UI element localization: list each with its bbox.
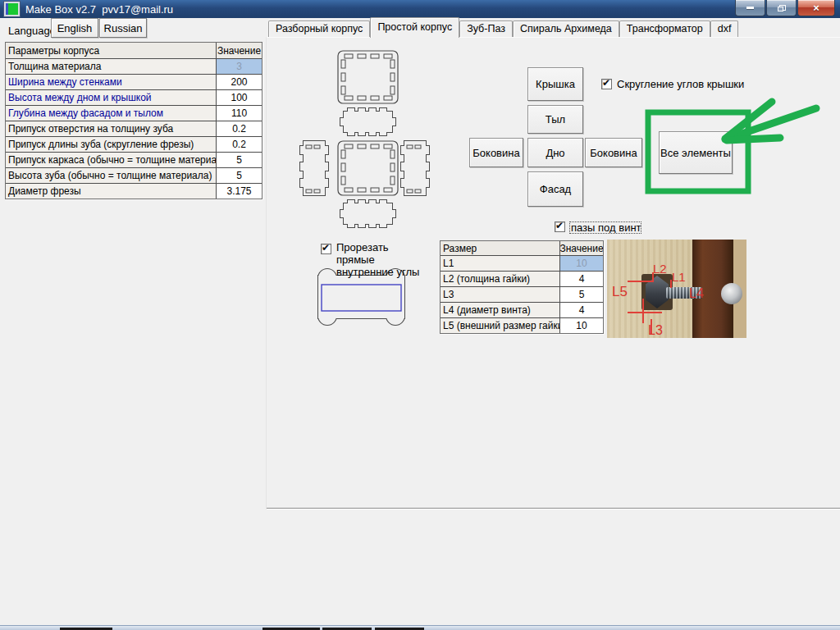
table-row-label[interactable]: Ширина между стенками bbox=[6, 75, 216, 89]
tab-5[interactable]: Трансформатор bbox=[619, 21, 710, 38]
taskbar-edge[interactable] bbox=[0, 625, 840, 630]
language-label: Language bbox=[8, 25, 56, 37]
round-lid-corners-label: Скругление углов крышки bbox=[617, 79, 744, 89]
language-english-button[interactable]: English bbox=[51, 18, 98, 38]
tab-6[interactable]: dxf bbox=[710, 21, 739, 38]
window-titlebar[interactable]: Make Box v2.7 pvv17@mail.ru × bbox=[0, 0, 840, 18]
table-row-value[interactable]: 4 bbox=[560, 303, 603, 317]
table-row-label[interactable]: L5 (внешний размер гайки) bbox=[441, 318, 559, 333]
screw-table-header-value: Значение bbox=[560, 241, 603, 255]
table-row-label[interactable]: Припуск длины зуба (скругление фрезы) bbox=[6, 137, 216, 152]
screw-slots-option: ✔ пазы под винты bbox=[555, 221, 641, 234]
photo-label-l3: L3 bbox=[648, 324, 663, 336]
all-elements-button[interactable]: Все элементы bbox=[659, 131, 733, 174]
bolt-joint-photo: L2 L1 L5 L4 L3 bbox=[607, 240, 746, 338]
table-row-label[interactable]: Припуск каркаса (обычно = толщине матери… bbox=[6, 153, 216, 167]
back-button[interactable]: Тыл bbox=[527, 105, 583, 134]
green-arrow-barb-side bbox=[727, 138, 780, 140]
table-row-value[interactable]: 100 bbox=[217, 90, 262, 105]
table-row-label[interactable]: Диаметр фрезы bbox=[6, 184, 216, 199]
table-row-label[interactable]: L3 bbox=[441, 287, 559, 302]
screw-slots-checkbox[interactable]: ✔ bbox=[555, 221, 565, 232]
table-row-value[interactable]: 3.175 bbox=[217, 184, 262, 199]
photo-screw-head bbox=[721, 283, 742, 304]
close-button[interactable]: × bbox=[797, 0, 835, 16]
tab-strip: Разборный корпусПростой корпусЗуб-ПазСпи… bbox=[268, 17, 738, 38]
cut-inner-corners-option: ✔ Прорезать прямые внутренние углы bbox=[321, 244, 425, 278]
table-row-value[interactable]: 5 bbox=[560, 287, 603, 302]
table-row-label[interactable]: L2 (толщина гайки) bbox=[441, 272, 559, 286]
table-row-value[interactable]: 110 bbox=[217, 106, 262, 121]
params-table-header-name: Параметры корпуса bbox=[6, 43, 216, 58]
photo-label-l1: L1 bbox=[672, 271, 686, 283]
round-lid-corners-checkbox[interactable]: ✔ bbox=[601, 79, 612, 89]
table-row-label[interactable]: Толщина материала bbox=[6, 59, 216, 74]
cut-inner-corners-checkbox[interactable]: ✔ bbox=[321, 244, 331, 254]
tab-page-border-left bbox=[266, 37, 267, 509]
table-row-label[interactable]: Высота между дном и крышкой bbox=[6, 90, 216, 105]
app-window: Make Box v2.7 pvv17@mail.ru × Language E… bbox=[0, 0, 840, 630]
dimension-line bbox=[642, 299, 644, 323]
language-russian-button[interactable]: Russian bbox=[99, 18, 147, 38]
photo-label-l5: L5 bbox=[612, 285, 628, 298]
app-icon bbox=[4, 2, 20, 16]
checkmark-icon: ✔ bbox=[602, 77, 610, 89]
table-row-label[interactable]: Припуск отверстия на толщину зуба bbox=[6, 121, 216, 136]
table-row-value[interactable]: 10 bbox=[560, 256, 603, 271]
dimension-line bbox=[628, 312, 662, 313]
table-row-value[interactable]: 5 bbox=[217, 153, 262, 167]
tab-page-border-top bbox=[267, 37, 840, 38]
table-row-value[interactable]: 4 bbox=[560, 272, 603, 286]
screw-table-header-name: Размер bbox=[441, 241, 559, 255]
box-layout-drawing bbox=[287, 41, 451, 328]
table-row-label[interactable]: L1 bbox=[441, 256, 559, 271]
checkmark-icon: ✔ bbox=[555, 220, 564, 231]
restore-icon bbox=[778, 5, 785, 11]
side-left-button[interactable]: Боковина bbox=[469, 138, 523, 167]
minimize-icon bbox=[746, 7, 754, 9]
params-table: Параметры корпуса Значение Толщина матер… bbox=[5, 42, 262, 199]
bottom-button[interactable]: Дно bbox=[527, 138, 583, 167]
params-table-header-value: Значение bbox=[217, 43, 262, 58]
front-button[interactable]: Фасад bbox=[527, 171, 583, 207]
table-row-label[interactable]: L4 (диаметр винта) bbox=[441, 303, 559, 317]
table-row-value[interactable]: 10 bbox=[560, 318, 603, 333]
table-row-value[interactable]: 0.2 bbox=[217, 121, 262, 136]
window-title: Make Box v2.7 pvv17@mail.ru bbox=[25, 3, 173, 16]
table-row-label[interactable]: Глубина между фасадом и тылом bbox=[6, 106, 216, 121]
table-row-value[interactable]: 0.2 bbox=[217, 137, 262, 152]
window-controls: × bbox=[734, 0, 835, 16]
checkmark-icon: ✔ bbox=[322, 242, 330, 253]
side-right-button[interactable]: Боковина bbox=[585, 138, 642, 167]
table-row-value[interactable]: 5 bbox=[217, 168, 262, 183]
round-lid-corners-option: ✔ Скругление углов крышки bbox=[601, 79, 744, 89]
dimension-line bbox=[628, 281, 654, 282]
screw-size-table: Размер Значение L110L2 (толщина гайки)4L… bbox=[440, 240, 604, 334]
photo-label-l4: L4 bbox=[689, 287, 704, 299]
tab-2[interactable]: Простой корпус bbox=[370, 17, 459, 38]
cut-inner-corners-label: Прорезать прямые внутренние углы bbox=[336, 241, 425, 278]
photo-label-l2: L2 bbox=[653, 262, 667, 275]
table-row-value[interactable]: 200 bbox=[217, 75, 262, 89]
screw-slots-label: пазы под винты bbox=[569, 221, 641, 234]
minimize-button[interactable] bbox=[735, 0, 765, 16]
table-row-value[interactable]: 3 bbox=[217, 59, 262, 74]
tab-1[interactable]: Разборный корпус bbox=[268, 21, 370, 38]
green-arrow-shaft bbox=[725, 108, 816, 139]
tab-4[interactable]: Спираль Архимеда bbox=[513, 21, 619, 38]
lid-button[interactable]: Крышка bbox=[527, 67, 583, 101]
restore-button[interactable] bbox=[766, 0, 797, 16]
table-row-label[interactable]: Высота зуба (обычно = толщине материала) bbox=[6, 168, 216, 183]
tab-page-border-bottom bbox=[267, 508, 840, 509]
close-icon: × bbox=[813, 1, 819, 15]
tab-3[interactable]: Зуб-Паз bbox=[459, 21, 513, 38]
